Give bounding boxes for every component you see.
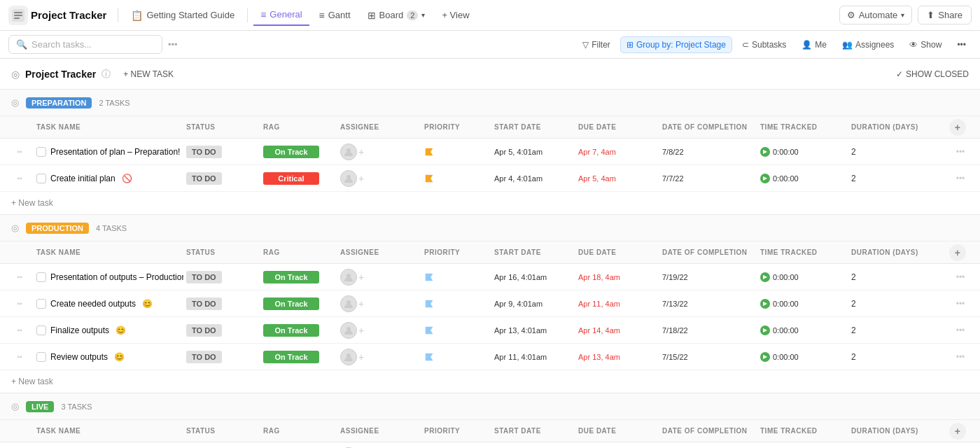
task-due-date[interactable]: Apr 5, 4am (575, 174, 659, 183)
task-rag[interactable]: On Track (260, 351, 337, 363)
task-time-tracked[interactable]: ▶ 0:00:00 (757, 326, 848, 335)
task-start-date[interactable]: Apr 13, 4:01am (491, 326, 575, 335)
task-name[interactable]: Finalize outputs (50, 326, 109, 335)
task-actions[interactable]: ••• (946, 326, 974, 335)
task-priority[interactable] (421, 174, 491, 183)
add-col-btn[interactable]: + (949, 423, 966, 440)
task-time-tracked[interactable]: ▶ 0:00:00 (757, 174, 848, 183)
task-name[interactable]: Review outputs (50, 352, 108, 362)
task-checkbox[interactable] (36, 147, 46, 157)
col-header-5[interactable]: PRIORITY (421, 427, 491, 435)
task-status[interactable]: TO DO (183, 298, 260, 310)
task-start-date[interactable]: Apr 16, 4:01am (491, 272, 575, 282)
task-rag[interactable]: On Track (260, 146, 337, 158)
col-header-10[interactable]: DURATION (DAYS) (848, 123, 946, 131)
task-assignee[interactable]: + (337, 269, 421, 286)
task-checkbox[interactable] (36, 299, 46, 309)
task-actions[interactable]: ••• (946, 352, 974, 362)
new-task-inline-btn[interactable]: + New task (11, 377, 53, 386)
tab-add-view[interactable]: + View (435, 6, 476, 24)
search-box[interactable]: 🔍 Search tasks... (8, 35, 162, 54)
col-header-8[interactable]: DATE OF COMPLETION (659, 248, 757, 256)
task-status[interactable]: TO DO (183, 271, 260, 284)
task-name[interactable]: Create needed outputs (50, 299, 136, 309)
group-collapse-production[interactable]: ◎ (11, 223, 19, 233)
tab-getting-started[interactable]: 📋 Getting Started Guide (124, 6, 241, 25)
task-due-date[interactable]: Apr 7, 4am (575, 147, 659, 157)
col-header-8[interactable]: DATE OF COMPLETION (659, 123, 757, 131)
add-assignee-icon[interactable]: + (358, 351, 364, 363)
task-completion[interactable]: 7/18/22 (659, 326, 757, 335)
new-task-button[interactable]: + NEW TASK (116, 66, 181, 82)
task-completion[interactable]: 7/7/22 (659, 174, 757, 183)
task-start-date[interactable]: Apr 11, 4:01am (491, 352, 575, 362)
task-assignee[interactable]: + (337, 295, 421, 312)
task-checkbox[interactable] (36, 272, 46, 282)
task-status[interactable]: TO DO (183, 146, 260, 158)
new-task-inline-btn[interactable]: + New task (11, 198, 53, 208)
task-drag-handle[interactable]: ▪▪ (6, 326, 34, 334)
col-header-6[interactable]: START DATE (491, 123, 575, 131)
col-header-1[interactable]: TASK NAME (34, 123, 183, 131)
col-header-2[interactable]: STATUS (183, 248, 260, 256)
show-closed-button[interactable]: ✓ SHOW CLOSED (896, 69, 969, 79)
add-col-btn[interactable]: + (949, 244, 966, 261)
col-header-9[interactable]: TIME TRACKED (757, 123, 848, 131)
task-due-date[interactable]: Apr 11, 4am (575, 299, 659, 309)
task-start-date[interactable]: Apr 4, 4:01am (491, 174, 575, 183)
col-header-5[interactable]: PRIORITY (421, 248, 491, 256)
tab-general[interactable]: ≡ General (253, 5, 309, 26)
col-header-4[interactable]: ASSIGNEE (337, 123, 421, 131)
task-assignee[interactable]: + (337, 322, 421, 339)
task-name[interactable]: Presentation of outputs – Production! (50, 272, 183, 282)
col-header-5[interactable]: PRIORITY (421, 123, 491, 131)
task-assignee[interactable]: + (337, 349, 421, 365)
task-status[interactable]: TO DO (183, 172, 260, 185)
task-rag[interactable]: On Track (260, 298, 337, 310)
task-actions[interactable]: ••• (946, 272, 974, 282)
col-header-10[interactable]: DURATION (DAYS) (848, 427, 946, 435)
task-priority[interactable] (421, 326, 491, 335)
col-header-2[interactable]: STATUS (183, 427, 260, 435)
col-header-9[interactable]: TIME TRACKED (757, 248, 848, 256)
col-header-7[interactable]: DUE DATE (575, 248, 659, 256)
task-assignee[interactable]: + (337, 144, 421, 160)
task-time-tracked[interactable]: ▶ 0:00:00 (757, 352, 848, 362)
tab-board[interactable]: ⊞ Board 2 ▾ (360, 6, 433, 25)
task-name[interactable]: Create initial plan (50, 174, 115, 183)
col-header-7[interactable]: DUE DATE (575, 123, 659, 131)
task-checkbox[interactable] (36, 326, 46, 335)
task-due-date[interactable]: Apr 18, 4am (575, 272, 659, 282)
task-status[interactable]: TO DO (183, 351, 260, 363)
task-assignee[interactable]: + (337, 170, 421, 187)
col-header-4[interactable]: ASSIGNEE (337, 248, 421, 256)
task-priority[interactable] (421, 352, 491, 362)
me-button[interactable]: 👤 Me (796, 37, 832, 52)
group-by-button[interactable]: ⊞ Group by: Project Stage (620, 36, 732, 53)
col-header-1[interactable]: TASK NAME (34, 248, 183, 256)
task-rag[interactable]: Critical (260, 172, 337, 185)
col-header-4[interactable]: ASSIGNEE (337, 427, 421, 435)
task-rag[interactable]: On Track (260, 324, 337, 337)
automate-button[interactable]: ⚙ Automate ▾ (839, 6, 913, 24)
col-header-3[interactable]: RAG (260, 427, 337, 435)
task-rag[interactable]: On Track (260, 271, 337, 284)
filter-button[interactable]: ▽ Filter (577, 37, 616, 52)
task-drag-handle[interactable]: ▪▪ (6, 273, 34, 281)
subtasks-button[interactable]: ⊂ Subtasks (736, 37, 792, 52)
task-checkbox[interactable] (36, 174, 46, 183)
task-time-tracked[interactable]: ▶ 0:00:00 (757, 272, 848, 282)
more-toolbar-button[interactable]: ••• (951, 37, 972, 52)
task-time-tracked[interactable]: ▶ 0:00:00 (757, 147, 848, 157)
task-drag-handle[interactable]: ▪▪ (6, 148, 34, 155)
collapse-icon[interactable]: ◎ (11, 69, 20, 80)
task-priority[interactable] (421, 147, 491, 157)
task-completion[interactable]: 7/8/22 (659, 147, 757, 157)
task-completion[interactable]: 7/13/22 (659, 299, 757, 309)
task-drag-handle[interactable]: ▪▪ (6, 300, 34, 307)
share-button[interactable]: ⬆ Share (918, 6, 972, 24)
assignees-button[interactable]: 👥 Assignees (836, 37, 899, 52)
group-collapse-live[interactable]: ◎ (11, 401, 19, 412)
add-assignee-icon[interactable]: + (358, 173, 364, 184)
show-button[interactable]: 👁 Show (904, 37, 947, 52)
